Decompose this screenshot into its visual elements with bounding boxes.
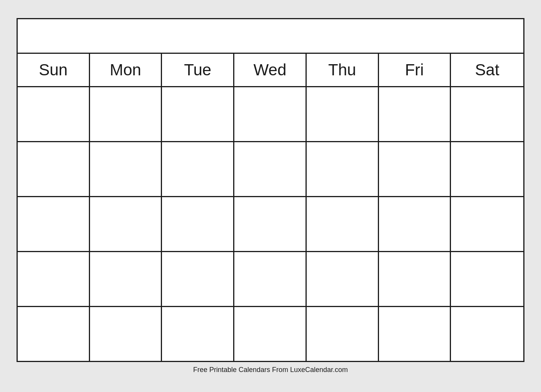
day-cell[interactable] <box>90 307 162 361</box>
day-cell[interactable] <box>307 197 379 251</box>
day-cell[interactable] <box>379 252 451 306</box>
day-cell[interactable] <box>307 307 379 361</box>
day-cell[interactable] <box>90 142 162 196</box>
day-cell[interactable] <box>234 142 307 196</box>
day-cell[interactable] <box>307 252 379 306</box>
day-cell[interactable] <box>307 142 379 196</box>
day-cell[interactable] <box>162 307 234 361</box>
footer-text: Free Printable Calendars From LuxeCalend… <box>193 366 348 374</box>
header-wed: Wed <box>234 54 307 86</box>
header-tue: Tue <box>162 54 234 86</box>
header-mon: Mon <box>90 54 162 86</box>
day-cell[interactable] <box>18 197 90 251</box>
day-cell[interactable] <box>451 87 523 141</box>
day-cell[interactable] <box>90 252 162 306</box>
day-cell[interactable] <box>451 142 523 196</box>
day-cell[interactable] <box>162 87 234 141</box>
calendar-body <box>18 87 523 361</box>
day-cell[interactable] <box>451 252 523 306</box>
week-row-5 <box>18 307 523 361</box>
week-row-2 <box>18 142 523 197</box>
day-cell[interactable] <box>379 87 451 141</box>
day-cell[interactable] <box>451 197 523 251</box>
day-cell[interactable] <box>162 142 234 196</box>
day-cell[interactable] <box>18 307 90 361</box>
week-row-1 <box>18 87 523 142</box>
day-cell[interactable] <box>162 197 234 251</box>
week-row-3 <box>18 197 523 252</box>
header-sun: Sun <box>18 54 90 86</box>
header-sat: Sat <box>451 54 523 86</box>
day-cell[interactable] <box>18 252 90 306</box>
day-cell[interactable] <box>451 307 523 361</box>
week-row-4 <box>18 252 523 307</box>
day-cell[interactable] <box>234 87 307 141</box>
header-thu: Thu <box>307 54 379 86</box>
day-cell[interactable] <box>234 197 307 251</box>
day-cell[interactable] <box>90 87 162 141</box>
day-cell[interactable] <box>18 142 90 196</box>
calendar-header-row: Sun Mon Tue Wed Thu Fri Sat <box>18 54 523 87</box>
calendar-wrapper: Sun Mon Tue Wed Thu Fri Sat <box>17 18 524 374</box>
calendar-title-row <box>18 19 523 54</box>
day-cell[interactable] <box>234 252 307 306</box>
day-cell[interactable] <box>379 142 451 196</box>
header-fri: Fri <box>379 54 451 86</box>
calendar-container: Sun Mon Tue Wed Thu Fri Sat <box>17 18 524 362</box>
day-cell[interactable] <box>18 87 90 141</box>
day-cell[interactable] <box>234 307 307 361</box>
day-cell[interactable] <box>379 197 451 251</box>
day-cell[interactable] <box>379 307 451 361</box>
day-cell[interactable] <box>162 252 234 306</box>
day-cell[interactable] <box>307 87 379 141</box>
day-cell[interactable] <box>90 197 162 251</box>
